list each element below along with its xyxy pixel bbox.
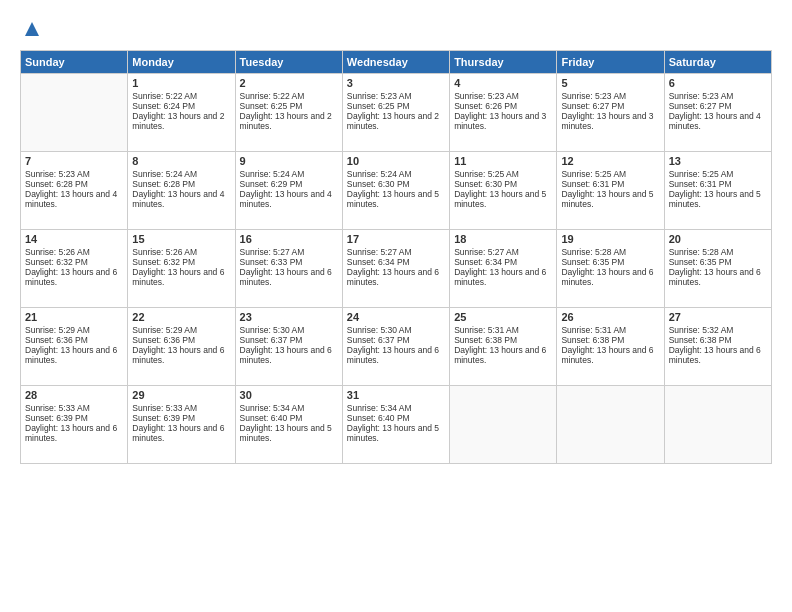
daylight-text: Daylight: 13 hours and 5 minutes. <box>347 189 445 209</box>
sunset-text: Sunset: 6:37 PM <box>240 335 338 345</box>
day-number: 23 <box>240 311 338 323</box>
sunrise-text: Sunrise: 5:27 AM <box>454 247 552 257</box>
daylight-text: Daylight: 13 hours and 4 minutes. <box>669 111 767 131</box>
calendar-cell: 10Sunrise: 5:24 AMSunset: 6:30 PMDayligh… <box>342 152 449 230</box>
sunset-text: Sunset: 6:39 PM <box>25 413 123 423</box>
sunset-text: Sunset: 6:30 PM <box>454 179 552 189</box>
calendar-header-row: SundayMondayTuesdayWednesdayThursdayFrid… <box>21 51 772 74</box>
sunrise-text: Sunrise: 5:30 AM <box>240 325 338 335</box>
sunrise-text: Sunrise: 5:30 AM <box>347 325 445 335</box>
sunrise-text: Sunrise: 5:27 AM <box>347 247 445 257</box>
sunset-text: Sunset: 6:36 PM <box>132 335 230 345</box>
sunset-text: Sunset: 6:34 PM <box>347 257 445 267</box>
sunset-text: Sunset: 6:28 PM <box>25 179 123 189</box>
day-number: 24 <box>347 311 445 323</box>
calendar-cell: 15Sunrise: 5:26 AMSunset: 6:32 PMDayligh… <box>128 230 235 308</box>
sunrise-text: Sunrise: 5:25 AM <box>561 169 659 179</box>
sunrise-text: Sunrise: 5:24 AM <box>240 169 338 179</box>
day-number: 12 <box>561 155 659 167</box>
daylight-text: Daylight: 13 hours and 6 minutes. <box>669 267 767 287</box>
sunset-text: Sunset: 6:27 PM <box>669 101 767 111</box>
sunset-text: Sunset: 6:38 PM <box>454 335 552 345</box>
sunrise-text: Sunrise: 5:23 AM <box>454 91 552 101</box>
day-number: 29 <box>132 389 230 401</box>
calendar-cell <box>557 386 664 464</box>
sunset-text: Sunset: 6:37 PM <box>347 335 445 345</box>
calendar-header-thursday: Thursday <box>450 51 557 74</box>
day-number: 9 <box>240 155 338 167</box>
calendar-week-5: 28Sunrise: 5:33 AMSunset: 6:39 PMDayligh… <box>21 386 772 464</box>
sunset-text: Sunset: 6:26 PM <box>454 101 552 111</box>
day-number: 3 <box>347 77 445 89</box>
sunset-text: Sunset: 6:32 PM <box>25 257 123 267</box>
logo <box>20 18 43 40</box>
sunset-text: Sunset: 6:35 PM <box>561 257 659 267</box>
day-number: 21 <box>25 311 123 323</box>
sunrise-text: Sunrise: 5:31 AM <box>454 325 552 335</box>
sunrise-text: Sunrise: 5:26 AM <box>132 247 230 257</box>
sunrise-text: Sunrise: 5:33 AM <box>132 403 230 413</box>
day-number: 27 <box>669 311 767 323</box>
daylight-text: Daylight: 13 hours and 3 minutes. <box>454 111 552 131</box>
sunset-text: Sunset: 6:36 PM <box>25 335 123 345</box>
day-number: 30 <box>240 389 338 401</box>
day-number: 25 <box>454 311 552 323</box>
calendar-table: SundayMondayTuesdayWednesdayThursdayFrid… <box>20 50 772 464</box>
sunrise-text: Sunrise: 5:34 AM <box>240 403 338 413</box>
day-number: 22 <box>132 311 230 323</box>
sunrise-text: Sunrise: 5:23 AM <box>561 91 659 101</box>
calendar-week-3: 14Sunrise: 5:26 AMSunset: 6:32 PMDayligh… <box>21 230 772 308</box>
daylight-text: Daylight: 13 hours and 6 minutes. <box>132 345 230 365</box>
sunset-text: Sunset: 6:35 PM <box>669 257 767 267</box>
daylight-text: Daylight: 13 hours and 6 minutes. <box>25 423 123 443</box>
day-number: 19 <box>561 233 659 245</box>
day-number: 13 <box>669 155 767 167</box>
sunset-text: Sunset: 6:25 PM <box>240 101 338 111</box>
day-number: 8 <box>132 155 230 167</box>
day-number: 18 <box>454 233 552 245</box>
calendar-cell: 5Sunrise: 5:23 AMSunset: 6:27 PMDaylight… <box>557 74 664 152</box>
day-number: 5 <box>561 77 659 89</box>
sunrise-text: Sunrise: 5:26 AM <box>25 247 123 257</box>
daylight-text: Daylight: 13 hours and 6 minutes. <box>669 345 767 365</box>
day-number: 17 <box>347 233 445 245</box>
daylight-text: Daylight: 13 hours and 6 minutes. <box>561 267 659 287</box>
day-number: 6 <box>669 77 767 89</box>
day-number: 11 <box>454 155 552 167</box>
sunset-text: Sunset: 6:33 PM <box>240 257 338 267</box>
calendar-header-sunday: Sunday <box>21 51 128 74</box>
calendar-week-4: 21Sunrise: 5:29 AMSunset: 6:36 PMDayligh… <box>21 308 772 386</box>
calendar-cell: 7Sunrise: 5:23 AMSunset: 6:28 PMDaylight… <box>21 152 128 230</box>
sunrise-text: Sunrise: 5:25 AM <box>454 169 552 179</box>
calendar-cell: 13Sunrise: 5:25 AMSunset: 6:31 PMDayligh… <box>664 152 771 230</box>
calendar-cell: 6Sunrise: 5:23 AMSunset: 6:27 PMDaylight… <box>664 74 771 152</box>
calendar-cell: 27Sunrise: 5:32 AMSunset: 6:38 PMDayligh… <box>664 308 771 386</box>
day-number: 14 <box>25 233 123 245</box>
daylight-text: Daylight: 13 hours and 6 minutes. <box>561 345 659 365</box>
calendar-cell: 11Sunrise: 5:25 AMSunset: 6:30 PMDayligh… <box>450 152 557 230</box>
day-number: 10 <box>347 155 445 167</box>
calendar-cell <box>664 386 771 464</box>
day-number: 7 <box>25 155 123 167</box>
sunset-text: Sunset: 6:31 PM <box>669 179 767 189</box>
daylight-text: Daylight: 13 hours and 6 minutes. <box>454 345 552 365</box>
page: SundayMondayTuesdayWednesdayThursdayFrid… <box>0 0 792 612</box>
sunrise-text: Sunrise: 5:25 AM <box>669 169 767 179</box>
sunset-text: Sunset: 6:39 PM <box>132 413 230 423</box>
day-number: 16 <box>240 233 338 245</box>
sunrise-text: Sunrise: 5:28 AM <box>669 247 767 257</box>
calendar-header-friday: Friday <box>557 51 664 74</box>
header <box>20 18 772 40</box>
day-number: 31 <box>347 389 445 401</box>
sunset-text: Sunset: 6:34 PM <box>454 257 552 267</box>
daylight-text: Daylight: 13 hours and 4 minutes. <box>25 189 123 209</box>
calendar-cell: 16Sunrise: 5:27 AMSunset: 6:33 PMDayligh… <box>235 230 342 308</box>
sunrise-text: Sunrise: 5:34 AM <box>347 403 445 413</box>
calendar-header-tuesday: Tuesday <box>235 51 342 74</box>
calendar-cell: 2Sunrise: 5:22 AMSunset: 6:25 PMDaylight… <box>235 74 342 152</box>
day-number: 15 <box>132 233 230 245</box>
sunrise-text: Sunrise: 5:23 AM <box>347 91 445 101</box>
calendar-cell: 31Sunrise: 5:34 AMSunset: 6:40 PMDayligh… <box>342 386 449 464</box>
daylight-text: Daylight: 13 hours and 5 minutes. <box>454 189 552 209</box>
svg-marker-0 <box>25 22 39 36</box>
